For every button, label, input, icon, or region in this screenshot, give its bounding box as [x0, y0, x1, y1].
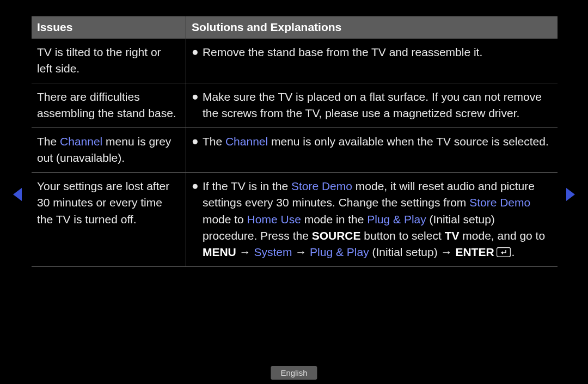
- table-header-row: Issues Solutions and Explanations: [32, 16, 558, 39]
- table-row: TV is tilted to the right or left side. …: [32, 39, 558, 83]
- highlight-channel: Channel: [225, 135, 268, 148]
- highlight-system: System: [254, 246, 292, 258]
- header-issues: Issues: [32, 16, 186, 39]
- bullet-icon: ●: [192, 178, 203, 193]
- prev-page-arrow[interactable]: [13, 188, 22, 201]
- language-badge: English: [271, 366, 317, 380]
- solution-bullet: ● The Channel menu is only available whe…: [192, 133, 551, 150]
- bold-tv: TV: [445, 229, 460, 242]
- bullet-icon: ●: [192, 89, 203, 104]
- solution-text: Remove the stand base from the TV and re…: [203, 44, 551, 60]
- svg-rect-0: [497, 248, 510, 257]
- highlight-home-use: Home Use: [247, 213, 301, 225]
- issue-text: TV is tilted to the right or left side.: [37, 44, 179, 77]
- table-row: There are difficulties assembling the st…: [32, 83, 558, 127]
- issue-text: There are difficulties assembling the st…: [37, 89, 179, 122]
- highlight-plug-play: Plug & Play: [310, 246, 369, 258]
- highlight-plug-play: Plug & Play: [367, 213, 426, 225]
- highlight-channel: Channel: [60, 135, 102, 148]
- troubleshooting-table: Issues Solutions and Explanations TV is …: [32, 16, 558, 267]
- solution-bullet: ● Make sure the TV is placed on a flat s…: [192, 89, 551, 122]
- bold-enter: ENTER: [455, 246, 494, 258]
- solution-bullet: ● If the TV is in the Store Demo mode, i…: [192, 178, 551, 261]
- manual-page: Issues Solutions and Explanations TV is …: [0, 0, 588, 384]
- next-page-arrow[interactable]: [566, 188, 575, 201]
- highlight-store-demo: Store Demo: [469, 196, 530, 209]
- bold-menu: MENU: [203, 246, 236, 258]
- solution-text: Make sure the TV is placed on a flat sur…: [203, 89, 551, 122]
- table-row: The Channel menu is grey out (unavailabl…: [32, 127, 558, 172]
- bullet-icon: ●: [192, 44, 203, 59]
- solution-text: The Channel menu is only available when …: [203, 133, 551, 150]
- solution-text: If the TV is in the Store Demo mode, it …: [203, 178, 551, 261]
- bullet-icon: ●: [192, 133, 203, 149]
- table-row: Your settings are lost after 30 minutes …: [32, 172, 558, 266]
- bold-source: SOURCE: [312, 229, 361, 242]
- solution-bullet: ● Remove the stand base from the TV and …: [192, 44, 551, 60]
- header-solutions: Solutions and Explanations: [186, 16, 558, 39]
- issue-text: Your settings are lost after 30 minutes …: [37, 178, 179, 228]
- highlight-store-demo: Store Demo: [291, 180, 352, 192]
- issue-text: The Channel menu is grey out (unavailabl…: [37, 133, 179, 167]
- enter-icon: [497, 247, 511, 257]
